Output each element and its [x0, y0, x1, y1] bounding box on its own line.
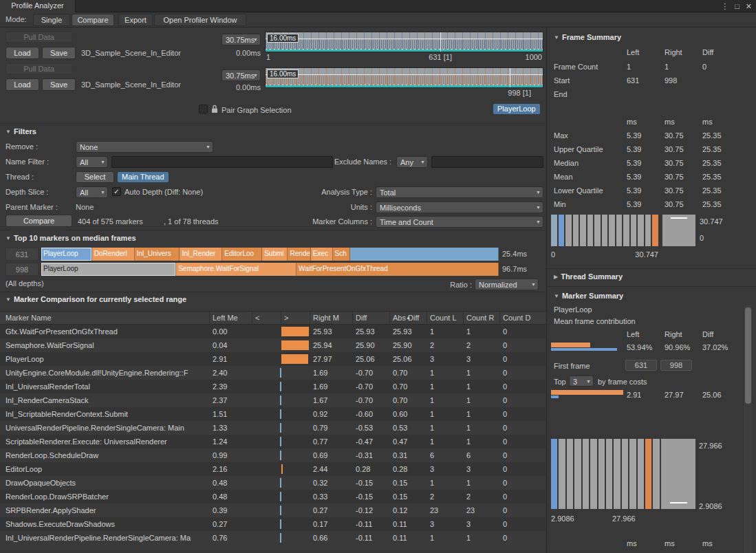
load-right-button[interactable]: Load — [6, 78, 39, 91]
top10-header[interactable]: ▼Top 10 markers on median frames — [6, 234, 136, 242]
maximize-icon[interactable]: □ — [735, 2, 739, 10]
left-graph-axis: 1 631 [1] 1000 — [265, 53, 543, 62]
frame-time-boxplot[interactable] — [662, 215, 695, 246]
table-row[interactable]: Shadows.ExecuteDrawShadows0.270.17-0.110… — [0, 517, 546, 531]
filters-header[interactable]: ▼Filters — [6, 127, 36, 135]
left-graph-threshold-label: 16.00ms — [267, 34, 299, 43]
top10-marker-segment[interactable]: Inl_Render — [180, 248, 222, 261]
top10-marker-segment[interactable] — [350, 248, 498, 261]
open-profiler-window-button[interactable]: Open Profiler Window — [154, 14, 246, 26]
top10-marker-segment[interactable]: Sch — [333, 248, 351, 261]
top10-marker-segment[interactable]: PlayerLoop — [41, 248, 92, 261]
column-header-count-delta[interactable]: Count D — [500, 312, 536, 324]
table-row[interactable]: RenderLoop.DrawSRPBatcher0.480.33-0.150.… — [0, 490, 546, 503]
name-filter-dropdown[interactable]: All▼ — [76, 156, 108, 168]
tab-compare[interactable]: Compare — [72, 14, 114, 26]
save-right-button[interactable]: Save — [42, 78, 76, 91]
menu-icon[interactable]: ⋮ — [721, 2, 728, 11]
marker-summary-scrollbar[interactable] — [743, 305, 752, 553]
top10-marker-segment[interactable]: EditorLoo — [222, 248, 262, 261]
top10-marker-segment[interactable]: Semaphore.WaitForSignal — [176, 263, 296, 276]
table-row[interactable]: Inl_RenderCameraStack2.371.67-0.700.7011… — [0, 393, 546, 407]
right-frame-graph[interactable]: 16.00ms — [265, 67, 543, 88]
column-header-right-median[interactable]: Right M — [310, 312, 353, 324]
left-frame-graph[interactable]: 16.00ms — [265, 32, 543, 52]
save-left-button[interactable]: Save — [42, 47, 76, 59]
top10-marker-segment[interactable]: Rende — [288, 248, 310, 261]
remove-dropdown[interactable]: None▼ — [76, 141, 213, 153]
analysis-type-dropdown[interactable]: Total▼ — [376, 186, 543, 198]
column-header-right-bar[interactable]: > — [281, 312, 310, 324]
selected-marker-badge[interactable]: PlayerLoop — [493, 104, 540, 114]
table-row[interactable]: EditorLoop2.162.440.280.28330 — [0, 462, 546, 476]
thread-summary-header[interactable]: ▶Thread Summary — [554, 272, 623, 281]
window-tab[interactable]: Profile Analyzer — [0, 0, 76, 12]
left-graph-selected-frame-cursor[interactable] — [440, 32, 441, 52]
histogram-bar — [574, 439, 581, 509]
thread-select-button[interactable]: Select — [76, 171, 114, 183]
table-row[interactable]: SRPBRender.ApplyShader0.390.27-0.120.122… — [0, 503, 546, 517]
top10-marker-segment[interactable]: Exec — [311, 248, 333, 261]
column-header-abs-diff[interactable]: ▲Abs Diff — [390, 312, 427, 324]
histogram-bar — [573, 215, 579, 246]
left-graph-scale-dropdown[interactable]: 30.75ms▼ — [222, 34, 261, 45]
name-filter-input[interactable] — [111, 156, 333, 168]
top10-marker-segment[interactable]: PlayerLoop — [41, 263, 176, 276]
depth-slice-dropdown[interactable]: All▼ — [76, 186, 108, 198]
table-row[interactable]: Inl_UniversalRenderPipeline.RenderSingle… — [0, 531, 546, 545]
top10-marker-segment[interactable]: WaitForPresentOnGfxThread — [296, 263, 499, 276]
table-row[interactable]: PlayerLoop2.9127.9725.0625.06330 — [0, 352, 546, 366]
left-dataset-name: 3D_Sample_Scene_In_Editor — [81, 49, 181, 57]
auto-depth-checkbox[interactable]: ✓ — [112, 187, 121, 196]
frame-time-histogram[interactable] — [551, 215, 658, 246]
marker-columns-dropdown[interactable]: Time and Count▼ — [376, 216, 543, 228]
ratio-dropdown[interactable]: Normalized▼ — [475, 279, 539, 290]
table-row[interactable]: RenderLoop.ScheduleDraw0.990.69-0.310.31… — [0, 448, 546, 462]
table-row[interactable]: UniversalRenderPipeline.RenderSingleCame… — [0, 421, 546, 435]
pull-data-right-button: Pull Data — [6, 63, 72, 74]
pair-graph-selection-checkbox[interactable] — [199, 105, 208, 113]
first-frame-left-button[interactable]: 631 — [625, 360, 657, 371]
column-header-marker-name[interactable]: Marker Name — [0, 312, 210, 324]
close-icon[interactable]: ✕ — [746, 2, 752, 11]
tab-single[interactable]: Single — [33, 14, 70, 26]
top10-marker-segment[interactable]: Inl_Univers — [135, 248, 180, 261]
marker-time-boxplot[interactable] — [661, 439, 695, 509]
top10-marker-segment[interactable]: DoRenderl — [92, 248, 135, 261]
marker-summary-header[interactable]: ▼Marker Summary — [554, 292, 623, 300]
compare-button[interactable]: Compare — [6, 215, 72, 227]
top-n-dropdown[interactable]: 3▼ — [569, 376, 594, 387]
units-dropdown[interactable]: Milliseconds▼ — [376, 202, 543, 213]
column-header-diff[interactable]: Diff — [353, 312, 390, 324]
exclude-names-dropdown[interactable]: Any▼ — [396, 156, 428, 168]
table-row[interactable]: DrawOpaqueObjects0.480.32-0.150.15110 — [0, 476, 546, 490]
histogram-max-label: 27.966 — [612, 514, 636, 523]
column-header-count-left[interactable]: Count L — [427, 312, 464, 324]
column-header-left-median[interactable]: Left Me — [210, 312, 252, 324]
table-row[interactable]: Gfx.WaitForPresentOnGfxThread0.0025.9325… — [0, 325, 546, 338]
exclude-names-input[interactable] — [431, 156, 543, 168]
histogram-bar — [559, 439, 565, 509]
export-button[interactable]: Export — [118, 14, 153, 26]
analysis-type-label: Analysis Type : — [289, 188, 372, 196]
thread-value-badge[interactable]: Main Thread — [118, 172, 169, 182]
table-row[interactable]: Semaphore.WaitForSignal0.0425.9425.9025.… — [0, 338, 546, 352]
top10-marker-segment[interactable]: Submi — [262, 248, 288, 261]
table-row[interactable]: ScriptableRenderer.Execute: UniversalRen… — [0, 435, 546, 448]
foldout-open-icon: ▼ — [554, 34, 559, 41]
histogram-bar — [631, 215, 637, 246]
column-header-count-right[interactable]: Count R — [464, 312, 500, 324]
column-header-left-bar[interactable]: < — [252, 312, 281, 324]
first-frame-right-button[interactable]: 998 — [660, 360, 692, 371]
frame-summary-header[interactable]: ▼Frame Summary — [554, 33, 621, 41]
scrollbar-thumb[interactable] — [745, 307, 751, 404]
table-row[interactable]: Inl_UniversalRenderTotal2.391.69-0.700.7… — [0, 380, 546, 393]
marker-comparison-header[interactable]: ▼Marker Comparison for currently selecte… — [6, 295, 186, 303]
right-graph-scale-dropdown[interactable]: 30.75ms▼ — [222, 69, 261, 81]
load-left-button[interactable]: Load — [6, 47, 39, 59]
right-graph-selected-frame-cursor[interactable] — [510, 68, 510, 87]
marker-time-histogram[interactable] — [551, 439, 660, 509]
table-row[interactable]: Inl_ScriptableRenderContext.Submit1.510.… — [0, 407, 546, 421]
marker-columns-label: Marker Columns : — [289, 217, 372, 226]
table-row[interactable]: UnityEngine.CoreModule.dll!UnityEngine.R… — [0, 366, 546, 380]
